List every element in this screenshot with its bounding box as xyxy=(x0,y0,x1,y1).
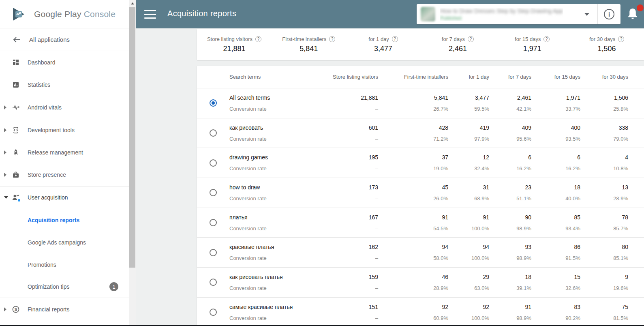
sidebar: Google Play Console All applications Das… xyxy=(0,0,129,326)
row-7-days-cell: 9098.9% xyxy=(489,208,531,238)
expand-chevron-icon xyxy=(4,150,6,154)
table-row[interactable]: как рисовать платья Conversion rate 159–… xyxy=(197,267,644,297)
app-selector-dropdown[interactable]: How to Draw Dresses Step by Step Drawing… xyxy=(417,4,620,24)
radio-button[interactable] xyxy=(210,249,217,256)
user-acquisition-active-dot xyxy=(18,199,20,202)
row-end-spacer xyxy=(628,148,644,178)
visitors-value: 151 xyxy=(302,303,378,311)
help-icon[interactable]: ? xyxy=(392,36,398,42)
sidebar-item-google-ads-campaigns[interactable]: Google Ads campaigns xyxy=(0,231,129,253)
stat-for-1-day: for 1 day? 3,477 xyxy=(346,29,421,60)
for-1-day-conversion: 100.0% xyxy=(448,225,489,232)
table-row[interactable]: drawing games Conversion rate 195– 3719.… xyxy=(197,148,644,178)
sidebar-item-development-tools[interactable]: Development tools xyxy=(0,119,129,142)
google-play-logo-icon xyxy=(12,8,28,21)
radio-button[interactable] xyxy=(210,99,217,107)
scrollbar-up-arrow[interactable] xyxy=(129,0,136,7)
row-15-days-cell: 616.2% xyxy=(531,148,580,178)
play-console-app: Google Play Console All applications Das… xyxy=(0,0,644,326)
for-7-days-value: 6 xyxy=(489,153,531,161)
help-icon[interactable]: ? xyxy=(618,36,624,42)
visitors-value: 173 xyxy=(302,183,378,191)
radio-button[interactable] xyxy=(210,279,217,286)
row-installers-cell: 42871.2% xyxy=(378,118,448,148)
for-7-days-value: 2,461 xyxy=(489,94,531,102)
for-7-days-conversion: 42.1% xyxy=(489,105,531,113)
row-term-cell: самые красивые платья Conversion rate xyxy=(229,298,302,325)
app-info-button[interactable]: i xyxy=(598,4,620,24)
radio-button[interactable] xyxy=(210,309,217,316)
row-end-spacer xyxy=(628,298,644,325)
row-radio-cell xyxy=(197,238,229,267)
search-term-label: как рисовать xyxy=(229,124,302,132)
row-visitors-cell: 21,881– xyxy=(302,88,378,118)
conversion-rate-label: Conversion rate xyxy=(229,315,302,322)
row-7-days-cell: 40995.6% xyxy=(489,118,531,148)
sidebar-item-all-applications[interactable]: All applications xyxy=(0,28,129,51)
expand-chevron-icon xyxy=(4,173,6,177)
radio-button[interactable] xyxy=(210,189,217,196)
help-icon[interactable]: ? xyxy=(543,36,550,42)
for-1-day-value: 31 xyxy=(448,183,489,191)
for-15-days-conversion: 16.2% xyxy=(531,165,580,172)
for-15-days-conversion: 93.5% xyxy=(531,135,580,143)
table-row[interactable]: All search terms Conversion rate 21,881–… xyxy=(197,88,644,118)
up-triangle-icon xyxy=(131,2,134,4)
row-30-days-cell: 410.8% xyxy=(580,148,628,178)
app-status-blurred: Published xyxy=(440,15,563,21)
notifications-button[interactable] xyxy=(626,7,642,23)
installers-conversion: 26.7% xyxy=(378,105,448,113)
row-end-spacer xyxy=(628,88,644,118)
sidebar-item-promotions[interactable]: Promotions xyxy=(0,253,129,276)
table-row[interactable]: платья Conversion rate 167– 9154.5% 9110… xyxy=(197,208,644,238)
radio-button[interactable] xyxy=(210,219,217,226)
sidebar-item-optimization-tips[interactable]: Optimization tips 1 xyxy=(0,276,129,298)
scrollbar-thumb[interactable] xyxy=(129,7,135,268)
dropdown-caret-icon[interactable] xyxy=(584,13,589,16)
row-1-day-cell: 1232.4% xyxy=(448,148,489,178)
for-15-days-value: 1,971 xyxy=(531,94,580,102)
row-1-day-cell: 3,47759.5% xyxy=(448,88,489,118)
sidebar-item-statistics[interactable]: Statistics xyxy=(0,74,129,97)
row-30-days-cell: 8085.1% xyxy=(580,238,628,267)
sidebar-item-store-presence[interactable]: Store presence xyxy=(0,164,129,187)
sidebar-scrollbar[interactable] xyxy=(129,0,136,326)
visitors-conversion: – xyxy=(302,105,378,113)
for-7-days-conversion: 16.2% xyxy=(489,165,531,172)
expand-chevron-icon xyxy=(4,128,6,132)
table-row[interactable]: самые красивые платья Conversion rate 15… xyxy=(197,297,644,325)
menu-hamburger-button[interactable] xyxy=(144,10,156,19)
help-icon[interactable]: ? xyxy=(255,36,261,42)
logo-row[interactable]: Google Play Console xyxy=(0,0,129,28)
radio-button[interactable] xyxy=(210,129,217,137)
row-visitors-cell: 601– xyxy=(302,118,378,148)
stat-label: for 7 days xyxy=(442,36,465,42)
optimization-tips-count-badge: 1 xyxy=(109,282,118,291)
brand-google-play: Google Play xyxy=(34,9,81,19)
user-acquisition-label: User acquisition xyxy=(28,194,68,201)
sidebar-item-android-vitals[interactable]: Android vitals xyxy=(0,96,129,119)
sidebar-item-acquisition-reports[interactable]: Acquisition reports xyxy=(0,209,129,231)
visitors-value: 21,881 xyxy=(302,94,378,102)
row-visitors-cell: 159– xyxy=(302,268,378,297)
table-row[interactable]: красивые платья Conversion rate 162– 945… xyxy=(197,237,644,267)
table-row[interactable]: how to draw Conversion rate 173– 4526.0%… xyxy=(197,178,644,208)
help-icon[interactable]: ? xyxy=(329,36,335,42)
table-row[interactable]: как рисовать Conversion rate 601– 42871.… xyxy=(197,118,644,148)
sidebar-item-financial-reports[interactable]: $ Financial reports xyxy=(0,298,129,321)
for-30-days-value: 1,506 xyxy=(580,94,628,102)
visitors-conversion: – xyxy=(302,165,378,172)
col-search-terms: Search terms xyxy=(229,74,302,80)
radio-button[interactable] xyxy=(210,159,217,167)
row-end-spacer xyxy=(628,118,644,148)
content-area: Store listing visitors? 21,881 First-tim… xyxy=(136,28,644,326)
sidebar-item-dashboard[interactable]: Dashboard xyxy=(0,51,129,74)
for-15-days-conversion: 33.7% xyxy=(531,105,580,113)
row-visitors-cell: 162– xyxy=(302,238,378,267)
conversion-rate-label: Conversion rate xyxy=(229,165,302,172)
sidebar-item-user-acquisition[interactable]: User acquisition xyxy=(0,187,129,209)
for-7-days-value: 23 xyxy=(489,183,531,191)
sidebar-item-release-management[interactable]: Release management xyxy=(0,141,129,164)
help-icon[interactable]: ? xyxy=(468,36,474,42)
brand-wordmark: Google Play Console xyxy=(34,9,116,19)
